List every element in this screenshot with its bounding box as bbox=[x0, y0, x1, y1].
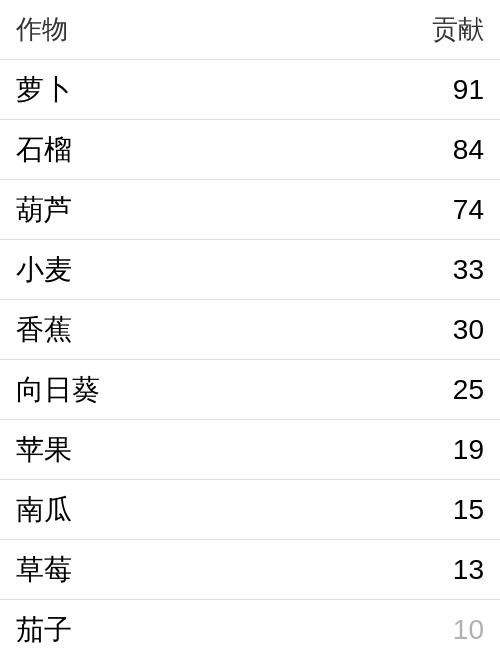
crop-name: 葫芦 bbox=[0, 191, 250, 229]
table-row: 向日葵25 bbox=[0, 360, 500, 420]
crop-name: 苹果 bbox=[0, 431, 250, 469]
crop-contribution-table: 作物 贡献 萝卜91石榴84葫芦74小麦33香蕉30向日葵25苹果19南瓜15草… bbox=[0, 0, 500, 652]
contribution-value: 91 bbox=[250, 74, 500, 106]
crop-name: 茄子 bbox=[0, 611, 250, 649]
table-row: 茄子10 bbox=[0, 600, 500, 652]
table-row: 苹果19 bbox=[0, 420, 500, 480]
contribution-value: 33 bbox=[250, 254, 500, 286]
contribution-value: 19 bbox=[250, 434, 500, 466]
table-row: 葫芦74 bbox=[0, 180, 500, 240]
crop-name: 香蕉 bbox=[0, 311, 250, 349]
contribution-value: 25 bbox=[250, 374, 500, 406]
table-row: 草莓13 bbox=[0, 540, 500, 600]
contribution-value: 10 bbox=[250, 614, 500, 646]
contribution-value: 13 bbox=[250, 554, 500, 586]
header-contribution: 贡献 bbox=[250, 12, 500, 47]
contribution-value: 30 bbox=[250, 314, 500, 346]
crop-name: 向日葵 bbox=[0, 371, 250, 409]
table-row: 萝卜91 bbox=[0, 60, 500, 120]
table-header: 作物 贡献 bbox=[0, 0, 500, 60]
header-crop: 作物 bbox=[0, 12, 250, 47]
crop-name: 南瓜 bbox=[0, 491, 250, 529]
crop-name: 石榴 bbox=[0, 131, 250, 169]
contribution-value: 15 bbox=[250, 494, 500, 526]
table-row: 香蕉30 bbox=[0, 300, 500, 360]
crop-name: 草莓 bbox=[0, 551, 250, 589]
table-row: 小麦33 bbox=[0, 240, 500, 300]
crop-name: 小麦 bbox=[0, 251, 250, 289]
contribution-value: 84 bbox=[250, 134, 500, 166]
table-row: 石榴84 bbox=[0, 120, 500, 180]
table-row: 南瓜15 bbox=[0, 480, 500, 540]
contribution-value: 74 bbox=[250, 194, 500, 226]
crop-name: 萝卜 bbox=[0, 71, 250, 109]
